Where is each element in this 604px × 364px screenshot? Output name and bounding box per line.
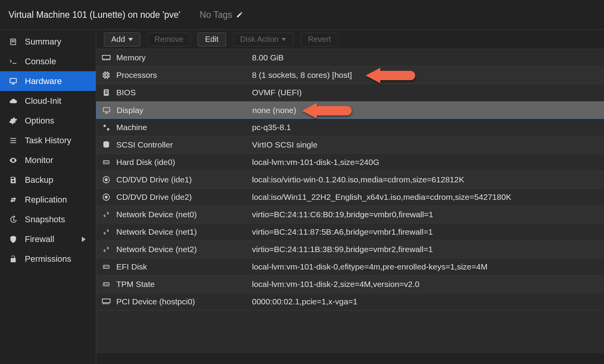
chip-icon [96,88,116,97]
list-icon [9,136,18,145]
hardware-row-key: CD/DVD Drive (ide1) [116,175,252,184]
main-panel: Add Remove Edit Disk Action Revert [96,29,604,364]
memory-icon [96,54,116,62]
svg-point-9 [104,125,106,127]
toolbar: Add Remove Edit Disk Action Revert [96,30,604,49]
hardware-row[interactable]: CD/DVD Drive (ide2)local:iso/Win11_22H2_… [96,189,604,206]
hardware-row[interactable]: Machinepc-q35-8.1 [96,119,604,136]
no-tags-label: No Tags [200,10,232,20]
edit-button[interactable]: Edit [198,33,226,46]
gears-icon [96,123,116,132]
edit-tags-icon[interactable] [236,11,243,18]
add-button[interactable]: Add [104,33,140,46]
cloud-icon [9,97,18,105]
sidebar-item-firewall[interactable]: Firewall [0,229,96,249]
sidebar-item-monitor[interactable]: Monitor [0,150,96,170]
hardware-row-value: virtio=BC:24:11:1B:3B:99,bridge=vmbr2,fi… [252,245,604,254]
svg-point-21 [104,284,105,285]
header: Virtual Machine 101 (Lunette) on node 'p… [0,0,604,29]
disk-action-button[interactable]: Disk Action [233,33,294,46]
svg-point-19 [104,266,105,267]
sidebar-item-task-history[interactable]: Task History [0,130,96,150]
remove-button[interactable]: Remove [147,33,191,46]
page-title: Virtual Machine 101 (Lunette) on node 'p… [9,10,180,20]
hardware-row-key: Display [117,106,252,115]
monitor-icon [97,106,117,115]
sidebar-item-console[interactable]: Console [0,52,96,71]
hardware-row-value: pc-q35-8.1 [252,123,604,132]
hardware-row[interactable]: Network Device (net2)virtio=BC:24:11:1B:… [96,241,604,258]
svg-rect-8 [104,107,110,112]
hardware-row-value: virtio=BC:24:11:87:5B:A6,bridge=vmbr1,fi… [252,227,604,237]
hdd-icon [96,280,116,288]
sidebar-item-replication[interactable]: Replication [0,190,96,209]
sidebar-item-label: Options [25,116,54,126]
hardware-row-key: CD/DVD Drive (ide2) [116,192,252,202]
hardware-row[interactable]: PCI Device (hostpci0)0000:00:02.1,pcie=1… [96,293,604,311]
sidebar-item-cloud-init[interactable]: Cloud-Init [0,91,96,111]
exchange-icon [96,228,116,236]
sidebar-item-hardware[interactable]: Hardware [0,71,96,91]
database-icon [96,141,116,149]
hardware-row-key: Network Device (net1) [116,227,252,237]
hardware-row[interactable]: Memory8.00 GiB [96,49,604,67]
hardware-row-value: local-lvm:vm-101-disk-2,size=4M,version=… [252,280,604,289]
hardware-row[interactable]: EFI Disklocal-lvm:vm-101-disk-0,efitype=… [96,258,604,276]
svg-point-10 [107,128,109,130]
exchange-icon [96,211,116,218]
hardware-row-value: VirtIO SCSI single [252,140,604,149]
revert-button[interactable]: Revert [300,33,338,46]
hardware-row-value: local:iso/virtio-win-0.1.240.iso,media=c… [252,175,604,184]
gear-icon [9,117,18,125]
svg-point-17 [105,196,107,198]
hardware-row-key: Memory [116,53,252,62]
shield-icon [9,235,18,244]
sidebar-item-label: Console [25,57,56,67]
chevron-down-icon [281,38,286,41]
sidebar-item-label: Firewall [25,234,54,244]
sidebar-item-permissions[interactable]: Permissions [0,249,96,269]
chevron-down-icon [128,38,133,41]
hardware-row-value: 8 (1 sockets, 8 cores) [host] [252,70,604,80]
sidebar-item-options[interactable]: Options [0,111,96,130]
hardware-row-key: Network Device (net0) [116,210,252,219]
hardware-row-key: TPM State [116,280,252,289]
svg-rect-22 [102,299,110,303]
sidebar: Summary Console Hardware Cloud-Init Opti [0,29,96,364]
hardware-row-key: EFI Disk [116,262,252,271]
svg-rect-6 [105,92,107,93]
hardware-row-key: SCSI Controller [116,140,252,149]
hardware-row[interactable]: Network Device (net0)virtio=BC:24:11:C6:… [96,206,604,223]
hardware-row-value: 0000:00:02.1,pcie=1,x-vga=1 [252,297,604,306]
sidebar-item-label: Hardware [25,76,62,86]
hardware-row-value: local:iso/Win11_22H2_English_x64v1.iso,m… [252,192,604,202]
exchange-icon [96,246,116,253]
tags-area[interactable]: No Tags [200,10,243,20]
sidebar-item-label: Summary [25,37,61,47]
hardware-row[interactable]: Hard Disk (ide0)local-lvm:vm-101-disk-1,… [96,154,604,171]
sidebar-item-label: Snapshots [25,215,65,225]
chevron-right-icon [82,237,86,242]
sidebar-item-snapshots[interactable]: Snapshots [0,209,96,229]
hardware-row[interactable]: Processors8 (1 sockets, 8 cores) [host] [96,67,604,84]
pci-icon [96,298,116,305]
hardware-row-key: Hard Disk (ide0) [116,158,252,167]
hardware-row-key: PCI Device (hostpci0) [116,297,252,306]
disc-icon [96,193,116,201]
hardware-row-key: BIOS [116,88,252,97]
svg-rect-5 [105,91,107,91]
sidebar-item-label: Backup [25,175,53,185]
hardware-row[interactable]: Displaynone (none) [96,101,604,119]
sidebar-item-backup[interactable]: Backup [0,170,96,190]
hardware-row[interactable]: SCSI ControllerVirtIO SCSI single [96,136,604,154]
svg-rect-7 [105,93,107,94]
sidebar-item-summary[interactable]: Summary [0,32,96,52]
hardware-row[interactable]: Network Device (net1)virtio=BC:24:11:87:… [96,223,604,241]
hdd-icon [96,263,116,271]
hardware-row[interactable]: BIOSOVMF (UEFI) [96,84,604,101]
svg-point-15 [105,179,107,181]
hardware-row-value: OVMF (UEFI) [252,88,604,97]
retweet-icon [9,196,18,204]
hardware-row[interactable]: TPM Statelocal-lvm:vm-101-disk-2,size=4M… [96,276,604,293]
hardware-row[interactable]: CD/DVD Drive (ide1)local:iso/virtio-win-… [96,171,604,189]
